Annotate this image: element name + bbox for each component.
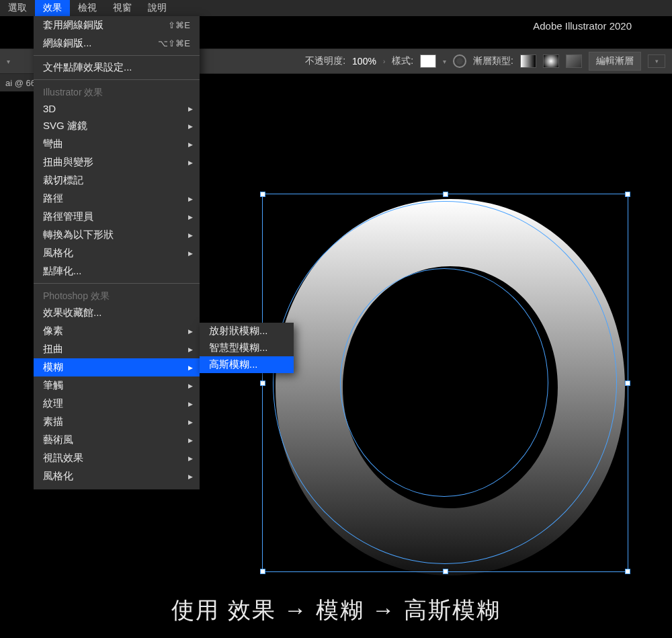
menu-smart-blur[interactable]: 智慧型模糊... — [200, 340, 294, 356]
menubar: 選取 效果 檢視 視窗 說明 — [0, 0, 672, 16]
style-arrow-icon[interactable]: ▾ — [443, 58, 446, 65]
menu-doc-raster[interactable]: 文件點陣效果設定... — [34, 58, 200, 77]
recolor-icon[interactable] — [453, 54, 466, 68]
menu-stylize[interactable]: 風格化 — [34, 244, 200, 262]
menu-radial-blur[interactable]: 放射狀模糊... — [200, 323, 294, 340]
menu-view[interactable]: 檢視 — [70, 0, 105, 16]
handle-mid-left[interactable] — [260, 381, 265, 386]
bounding-box[interactable] — [262, 194, 628, 572]
panel-menu-icon[interactable]: ▾ — [648, 54, 665, 68]
menu-3d[interactable]: 3D — [34, 100, 200, 117]
menu-pathfinder[interactable]: 路徑管理員 — [34, 208, 200, 226]
gradient-type-label: 漸層類型: — [473, 55, 513, 67]
menu-last-effect[interactable]: 網線銅版...⌥⇧⌘E — [34, 34, 200, 52]
chevron-down-icon[interactable]: ▾ — [7, 58, 10, 65]
menu-convert-shape[interactable]: 轉換為以下形狀 — [34, 226, 200, 244]
menu-brush-strokes[interactable]: 筆觸 — [34, 376, 200, 395]
menu-separator — [34, 283, 200, 284]
menu-sketch[interactable]: 素描 — [34, 413, 200, 431]
menu-effect[interactable]: 效果 — [35, 0, 70, 16]
effect-menu: 套用網線銅版⇧⌘E 網線銅版...⌥⇧⌘E 文件點陣效果設定... Illust… — [34, 16, 200, 489]
menu-svg-filters[interactable]: SVG 濾鏡 — [34, 117, 200, 135]
menu-separator — [34, 55, 200, 56]
menu-section-photoshop: Photoshop 效果 — [34, 286, 200, 304]
menu-blur[interactable]: 模糊 — [34, 358, 200, 376]
opacity-value[interactable]: 100% — [352, 56, 376, 67]
handle-top-left[interactable] — [260, 192, 265, 197]
menu-effect-gallery[interactable]: 效果收藏館... — [34, 304, 200, 322]
menu-apply-last[interactable]: 套用網線銅版⇧⌘E — [34, 16, 200, 34]
menu-artistic[interactable]: 藝術風 — [34, 431, 200, 449]
blur-submenu: 放射狀模糊... 智慧型模糊... 高斯模糊... — [200, 323, 294, 373]
menu-distort[interactable]: 扭曲與變形 — [34, 153, 200, 171]
menu-select[interactable]: 選取 — [0, 0, 35, 16]
handle-bottom-left[interactable] — [260, 569, 265, 574]
menu-path[interactable]: 路徑 — [34, 190, 200, 208]
opacity-arrow-icon[interactable]: › — [383, 58, 385, 65]
handle-bottom-right[interactable] — [625, 569, 630, 574]
gradient-linear-icon[interactable] — [520, 54, 536, 68]
gradient-freeform-icon[interactable] — [566, 54, 582, 68]
menu-window[interactable]: 視窗 — [105, 0, 140, 16]
edit-gradient-button[interactable]: 編輯漸層 — [589, 52, 641, 71]
menu-stylize2[interactable]: 風格化 — [34, 467, 200, 485]
menu-crop-marks[interactable]: 裁切標記 — [34, 171, 200, 190]
menu-warp[interactable]: 彎曲 — [34, 135, 200, 153]
handle-top-mid[interactable] — [443, 192, 448, 197]
menu-rasterize[interactable]: 點陣化... — [34, 262, 200, 280]
style-swatch[interactable] — [420, 54, 436, 68]
handle-top-right[interactable] — [625, 192, 630, 197]
menu-texture[interactable]: 紋理 — [34, 395, 200, 413]
handle-bottom-mid[interactable] — [443, 569, 448, 574]
menu-separator — [34, 79, 200, 80]
menu-distort2[interactable]: 扭曲 — [34, 340, 200, 358]
style-label: 樣式: — [392, 55, 413, 67]
handle-mid-right[interactable] — [625, 381, 630, 386]
menu-pixelate[interactable]: 像素 — [34, 322, 200, 340]
tutorial-caption: 使用 效果 → 模糊 → 高斯模糊 — [0, 595, 672, 626]
opacity-label: 不透明度: — [305, 55, 345, 67]
menu-video[interactable]: 視訊效果 — [34, 449, 200, 467]
menu-gaussian-blur[interactable]: 高斯模糊... — [200, 356, 294, 373]
gradient-radial-icon[interactable] — [543, 54, 559, 68]
menu-section-illustrator: Illustrator 效果 — [34, 83, 200, 100]
menu-help[interactable]: 說明 — [140, 0, 175, 16]
